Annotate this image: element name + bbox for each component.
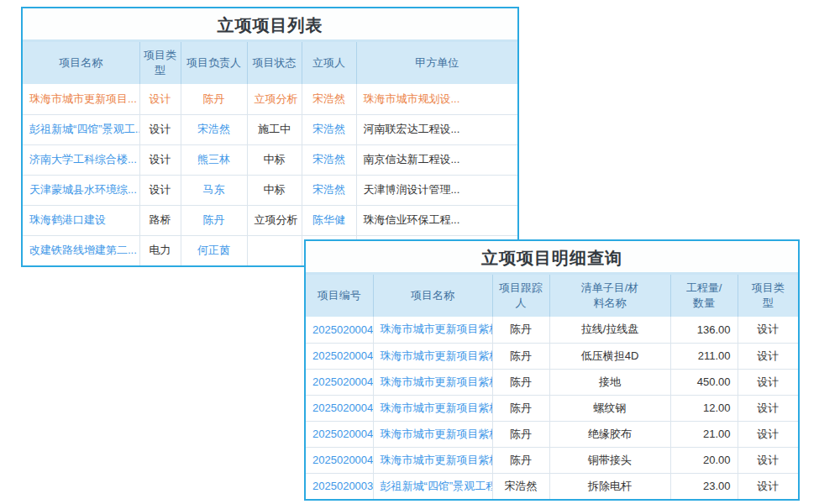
table-row[interactable]: 济南大学工科综合楼...设计熊三林中标宋浩然南京信达新工程设...	[23, 144, 517, 175]
column-header-quantity: 工程量/数量	[670, 275, 738, 317]
cell-name[interactable]: 彭祖新城“四馆”景观工程	[373, 473, 492, 499]
cell-code[interactable]: 2025020004	[306, 343, 373, 369]
cell-type: 设计	[139, 114, 181, 144]
project-detail-title: 立项项目明细查询	[306, 241, 798, 275]
column-header-material: 清单子目/材料名称	[549, 275, 670, 317]
project-list-title: 立项项目列表	[23, 8, 517, 42]
table-row[interactable]: 2025020004珠海市城市更新项目紫桐陈丹低压横担4D211.00设计	[306, 343, 798, 369]
table-row[interactable]: 2025020004珠海市城市更新项目紫桐陈丹拉线/拉线盘136.00设计	[306, 317, 798, 343]
table-row[interactable]: 2025020004珠海市城市更新项目紫桐陈丹螺纹钢12.00设计	[306, 395, 798, 421]
cell-name[interactable]: 彭祖新城“四馆”景观工...	[23, 114, 139, 144]
cell-name[interactable]: 珠海市城市更新项目紫桐	[373, 421, 492, 447]
cell-name[interactable]: 珠海市城市更新项目紫桐	[373, 395, 492, 421]
cell-manager[interactable]: 宋浩然	[181, 114, 247, 144]
cell-material: 接地	[549, 369, 670, 395]
cell-type: 设计	[139, 144, 181, 175]
column-header-client: 甲方单位	[356, 42, 517, 84]
table-row[interactable]: 2025020004珠海市城市更新项目紫桐陈丹绝缘胶布21.00设计	[306, 421, 798, 447]
table-row[interactable]: 2025020004珠海市城市更新项目紫桐陈丹接地450.00设计	[306, 369, 798, 395]
table-row[interactable]: 珠海市城市更新项目...设计陈丹立项分析宋浩然珠海市城市规划设...	[23, 84, 517, 114]
table-row[interactable]: 珠海鹤港口建设路桥陈丹立项分析陈华健珠海信业环保工程...	[23, 205, 517, 235]
table-row[interactable]: 2025020003彭祖新城“四馆”景观工程宋浩然拆除电杆23.00设计	[306, 473, 798, 499]
cell-quantity: 211.00	[670, 343, 738, 369]
cell-tracker: 陈丹	[492, 421, 549, 447]
cell-status: 立项分析	[247, 84, 302, 114]
cell-name[interactable]: 济南大学工科综合楼...	[23, 144, 139, 175]
cell-name[interactable]: 天津蒙城县水环境综...	[23, 175, 139, 205]
table-row[interactable]: 彭祖新城“四馆”景观工...设计宋浩然施工中宋浩然河南联宏达工程设...	[23, 114, 517, 144]
cell-name[interactable]: 珠海市城市更新项目紫桐	[373, 343, 492, 369]
column-header-code: 项目编号	[306, 275, 373, 317]
cell-manager[interactable]: 熊三林	[181, 144, 247, 175]
cell-code[interactable]: 2025020004	[306, 421, 373, 447]
column-header-manager: 项目负责人	[181, 42, 247, 84]
column-header-status: 项目状态	[247, 42, 302, 84]
project-detail-body: 2025020004珠海市城市更新项目紫桐陈丹拉线/拉线盘136.00设计202…	[306, 317, 798, 499]
cell-quantity: 12.00	[670, 395, 738, 421]
cell-quantity: 450.00	[670, 369, 738, 395]
cell-name[interactable]: 珠海鹤港口建设	[23, 205, 139, 235]
cell-client: 河南联宏达工程设...	[356, 114, 517, 144]
cell-tracker: 陈丹	[492, 395, 549, 421]
cell-initiator[interactable]: 宋浩然	[302, 144, 356, 175]
cell-initiator[interactable]: 宋浩然	[302, 84, 356, 114]
cell-type: 设计	[738, 395, 798, 421]
project-list-body: 珠海市城市更新项目...设计陈丹立项分析宋浩然珠海市城市规划设...彭祖新城“四…	[23, 84, 517, 265]
cell-type: 设计	[139, 84, 181, 114]
cell-tracker: 陈丹	[492, 343, 549, 369]
cell-type: 设计	[738, 421, 798, 447]
cell-code[interactable]: 2025020004	[306, 447, 373, 473]
cell-client: 南京信达新工程设...	[356, 144, 517, 175]
column-header-type: 项目类型	[139, 42, 181, 84]
cell-type: 电力	[139, 235, 181, 265]
cell-code[interactable]: 2025020004	[306, 395, 373, 421]
column-header-type: 项目类型	[738, 275, 798, 317]
cell-manager[interactable]: 陈丹	[181, 205, 247, 235]
cell-quantity: 21.00	[670, 421, 738, 447]
cell-status	[247, 235, 302, 265]
project-list-table: 项目名称项目类型项目负责人项目状态立项人甲方单位 珠海市城市更新项目...设计陈…	[23, 42, 517, 265]
cell-name[interactable]: 珠海市城市更新项目紫桐	[373, 369, 492, 395]
page: { "colors": { "panel_border": "#2BA9E1",…	[0, 0, 840, 504]
cell-name[interactable]: 改建铁路线增建第二...	[23, 235, 139, 265]
project-detail-header: 项目编号项目名称项目跟踪人清单子目/材料名称工程量/数量项目类型	[306, 275, 798, 317]
cell-manager[interactable]: 陈丹	[181, 84, 247, 114]
project-list-panel: 立项项目列表 项目名称项目类型项目负责人项目状态立项人甲方单位 珠海市城市更新项…	[21, 7, 519, 267]
cell-status: 立项分析	[247, 205, 302, 235]
cell-status: 中标	[247, 144, 302, 175]
cell-status: 施工中	[247, 114, 302, 144]
cell-type: 设计	[738, 317, 798, 343]
table-row[interactable]: 天津蒙城县水环境综...设计马东中标宋浩然天津博润设计管理...	[23, 175, 517, 205]
cell-client: 珠海信业环保工程...	[356, 205, 517, 235]
cell-manager[interactable]: 马东	[181, 175, 247, 205]
table-row[interactable]: 2025020004珠海市城市更新项目紫桐陈丹铜带接头20.00设计	[306, 447, 798, 473]
cell-code[interactable]: 2025020004	[306, 317, 373, 343]
cell-material: 铜带接头	[549, 447, 670, 473]
project-list-header: 项目名称项目类型项目负责人项目状态立项人甲方单位	[23, 42, 517, 84]
header-row: 项目名称项目类型项目负责人项目状态立项人甲方单位	[23, 42, 517, 84]
cell-type: 设计	[738, 447, 798, 473]
cell-initiator[interactable]: 陈华健	[302, 205, 356, 235]
cell-type: 路桥	[139, 205, 181, 235]
header-row: 项目编号项目名称项目跟踪人清单子目/材料名称工程量/数量项目类型	[306, 275, 798, 317]
column-header-name: 项目名称	[373, 275, 492, 317]
cell-manager[interactable]: 何正茵	[181, 235, 247, 265]
cell-initiator[interactable]: 宋浩然	[302, 175, 356, 205]
cell-name[interactable]: 珠海市城市更新项目...	[23, 84, 139, 114]
cell-tracker: 陈丹	[492, 317, 549, 343]
cell-code[interactable]: 2025020004	[306, 369, 373, 395]
column-header-name: 项目名称	[23, 42, 139, 84]
cell-type: 设计	[738, 369, 798, 395]
cell-material: 拆除电杆	[549, 473, 670, 499]
cell-material: 低压横担4D	[549, 343, 670, 369]
cell-initiator[interactable]: 宋浩然	[302, 114, 356, 144]
column-header-tracker: 项目跟踪人	[492, 275, 549, 317]
cell-tracker: 陈丹	[492, 447, 549, 473]
cell-client: 天津博润设计管理...	[356, 175, 517, 205]
cell-tracker: 宋浩然	[492, 473, 549, 499]
cell-type: 设计	[738, 343, 798, 369]
cell-code[interactable]: 2025020003	[306, 473, 373, 499]
cell-name[interactable]: 珠海市城市更新项目紫桐	[373, 447, 492, 473]
cell-name[interactable]: 珠海市城市更新项目紫桐	[373, 317, 492, 343]
project-detail-table: 项目编号项目名称项目跟踪人清单子目/材料名称工程量/数量项目类型 2025020…	[306, 275, 798, 499]
